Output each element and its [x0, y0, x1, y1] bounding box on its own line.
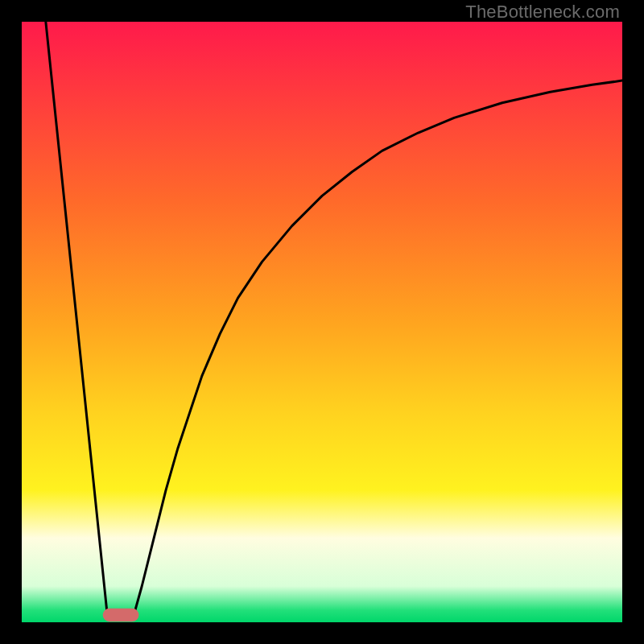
bottleneck-marker	[103, 609, 139, 621]
chart-plot	[22, 22, 622, 622]
watermark-label: TheBottleneck.com	[465, 2, 620, 23]
marker-layer	[103, 609, 139, 621]
chart-frame	[22, 22, 622, 622]
gradient-background	[22, 22, 622, 622]
